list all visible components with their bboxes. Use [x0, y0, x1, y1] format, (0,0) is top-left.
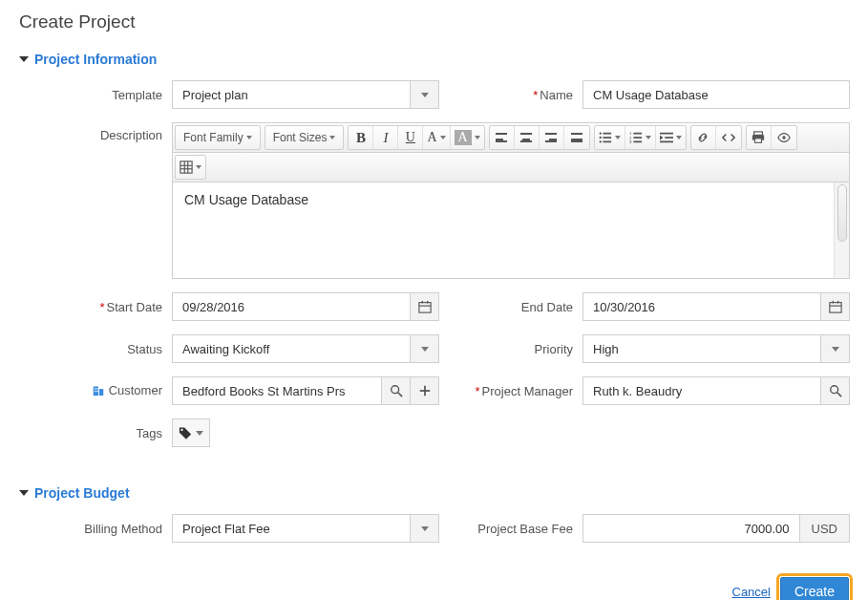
- label-priority: Priority: [439, 342, 582, 356]
- name-input[interactable]: [582, 80, 850, 109]
- numbered-list-button[interactable]: 123: [625, 126, 656, 149]
- svg-point-0: [599, 132, 601, 134]
- table-button[interactable]: [176, 156, 205, 179]
- start-date-input[interactable]: [172, 292, 411, 321]
- svg-rect-16: [754, 132, 763, 136]
- svg-rect-1: [603, 133, 611, 135]
- align-right-button[interactable]: [540, 126, 564, 149]
- font-sizes-dropdown[interactable]: Font Sizes: [265, 126, 344, 149]
- description-editor: Font Family Font Sizes B I U A A: [172, 122, 850, 279]
- underline-button[interactable]: U: [398, 126, 423, 149]
- svg-rect-15: [660, 141, 673, 143]
- label-project-manager: *Project Manager: [439, 384, 582, 398]
- source-code-button[interactable]: [716, 126, 741, 149]
- project-base-fee-input[interactable]: [582, 514, 800, 543]
- font-family-dropdown[interactable]: Font Family: [176, 126, 260, 149]
- preview-button[interactable]: [772, 126, 796, 149]
- bold-button[interactable]: B: [349, 126, 373, 149]
- chevron-down-icon[interactable]: [821, 334, 850, 363]
- chevron-down-icon: [19, 56, 29, 62]
- align-left-button[interactable]: [490, 126, 515, 149]
- priority-value[interactable]: [582, 334, 821, 363]
- section-title-project-info: Project Information: [34, 52, 157, 67]
- svg-point-19: [782, 136, 786, 139]
- svg-rect-36: [96, 388, 97, 389]
- chevron-down-icon[interactable]: [411, 80, 439, 109]
- customer-search-button[interactable]: [382, 376, 411, 405]
- svg-rect-13: [665, 137, 673, 139]
- search-icon: [390, 384, 403, 397]
- svg-rect-29: [829, 303, 840, 313]
- description-input[interactable]: CM Usage Database: [173, 182, 849, 278]
- status-select[interactable]: [172, 334, 439, 363]
- tag-icon: [179, 426, 192, 440]
- editor-toolbar-row-2: [173, 153, 849, 182]
- svg-point-4: [599, 140, 601, 142]
- search-icon: [829, 384, 842, 397]
- footer-actions: Cancel Create: [19, 577, 849, 600]
- bullet-list-button[interactable]: [595, 126, 625, 149]
- svg-rect-7: [633, 133, 642, 135]
- customer-input[interactable]: [172, 376, 382, 405]
- italic-button[interactable]: I: [373, 126, 398, 149]
- code-icon: [722, 131, 735, 144]
- chevron-down-icon[interactable]: [411, 334, 439, 363]
- status-value[interactable]: [172, 334, 411, 363]
- svg-point-43: [830, 386, 837, 394]
- print-icon: [752, 131, 765, 144]
- create-button[interactable]: Create: [780, 577, 849, 600]
- svg-rect-5: [603, 141, 611, 143]
- start-date-picker-button[interactable]: [411, 292, 439, 321]
- label-end-date: End Date: [439, 300, 582, 314]
- svg-text:3: 3: [629, 139, 632, 144]
- svg-rect-18: [755, 139, 762, 142]
- billing-method-value[interactable]: [172, 514, 411, 543]
- bullet-list-icon: [599, 131, 612, 144]
- editor-toolbar-row-1: Font Family Font Sizes B I U A A: [173, 123, 849, 153]
- editor-scrollbar[interactable]: [834, 182, 849, 278]
- svg-rect-9: [633, 137, 642, 139]
- indent-icon: [660, 131, 673, 144]
- template-select[interactable]: [172, 80, 439, 109]
- svg-line-40: [397, 393, 401, 396]
- label-status: Status: [19, 342, 172, 356]
- chevron-down-icon[interactable]: [411, 514, 439, 543]
- project-manager-input[interactable]: [582, 376, 821, 405]
- table-icon: [180, 161, 193, 174]
- highlight-button[interactable]: A: [451, 126, 484, 149]
- print-button[interactable]: [747, 126, 772, 149]
- align-justify-button[interactable]: [564, 126, 589, 149]
- text-color-button[interactable]: A: [423, 126, 450, 149]
- indent-button[interactable]: [656, 126, 686, 149]
- template-value[interactable]: [172, 80, 411, 109]
- building-icon: [92, 383, 105, 399]
- label-project-base-fee: Project Base Fee: [439, 522, 582, 536]
- section-title-project-budget: Project Budget: [34, 485, 130, 501]
- eye-icon: [777, 131, 791, 144]
- cancel-link[interactable]: Cancel: [732, 585, 771, 599]
- label-billing-method: Billing Method: [19, 522, 172, 536]
- svg-line-44: [836, 393, 840, 396]
- svg-rect-25: [418, 303, 430, 313]
- project-manager-search-button[interactable]: [821, 376, 850, 405]
- chevron-down-icon: [19, 490, 29, 496]
- svg-rect-20: [180, 161, 192, 173]
- end-date-picker-button[interactable]: [821, 292, 850, 321]
- svg-rect-12: [660, 133, 673, 135]
- section-header-project-info[interactable]: Project Information: [19, 52, 849, 67]
- numbered-list-icon: 123: [629, 131, 643, 144]
- section-header-project-budget[interactable]: Project Budget: [19, 485, 849, 501]
- svg-rect-37: [95, 390, 95, 391]
- align-center-button[interactable]: [515, 126, 540, 149]
- end-date-input[interactable]: [582, 292, 821, 321]
- billing-method-select[interactable]: [172, 514, 439, 543]
- plus-icon: [418, 384, 432, 397]
- tags-button[interactable]: [172, 418, 210, 447]
- link-button[interactable]: [691, 126, 716, 149]
- priority-select[interactable]: [582, 334, 850, 363]
- svg-rect-11: [633, 141, 642, 143]
- label-template: Template: [19, 88, 172, 102]
- label-name: *Name: [439, 88, 582, 102]
- svg-point-45: [180, 428, 182, 430]
- customer-add-button[interactable]: [411, 376, 439, 405]
